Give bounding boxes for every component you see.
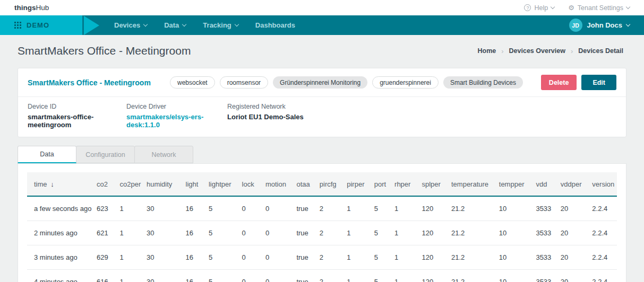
- column-header-motion[interactable]: motion: [261, 172, 293, 196]
- chevron-down-icon: [182, 22, 186, 26]
- column-header-co2[interactable]: co2: [92, 172, 115, 196]
- cell: 1: [342, 196, 370, 221]
- cell: 16: [182, 221, 204, 245]
- tag-roomsensor[interactable]: roomsensor: [220, 76, 268, 89]
- cell: 1: [115, 196, 142, 221]
- chevron-right-icon: ›: [571, 47, 573, 55]
- column-header-pirper[interactable]: pirper: [342, 172, 370, 196]
- cell: 20: [556, 196, 588, 221]
- cell: 629: [92, 245, 115, 270]
- column-header-vdd[interactable]: vdd: [531, 172, 556, 196]
- cell: 1: [390, 270, 417, 282]
- nav-item-tracking[interactable]: Tracking: [203, 21, 238, 29]
- device-fields: Device IDsmartmakers-office-meetingroomD…: [18, 97, 626, 137]
- column-header-port[interactable]: port: [370, 172, 390, 196]
- table-row[interactable]: 3 minutes ago62913016500true215112021.21…: [27, 245, 617, 270]
- topbar-menus: ? Help ⚙ Tenant Settings: [524, 4, 630, 12]
- cell: 5: [204, 270, 238, 282]
- column-header-tempper[interactable]: tempper: [495, 172, 532, 196]
- tab-network[interactable]: Network: [134, 146, 193, 163]
- tenant-name: DEMO: [27, 21, 49, 29]
- cell: 20: [556, 221, 588, 245]
- chevron-down-icon: [143, 22, 148, 26]
- nav-item-label: Dashboards: [255, 21, 295, 29]
- cell: 2: [315, 196, 342, 221]
- tab-data[interactable]: Data: [18, 146, 76, 163]
- cell: 1: [342, 221, 370, 245]
- column-header-time[interactable]: time ↓: [27, 172, 92, 196]
- column-header-vddper[interactable]: vddper: [556, 172, 588, 196]
- breadcrumb: Home › Devices Overview › Devices Detail: [477, 47, 623, 55]
- column-header-pircfg[interactable]: pircfg: [315, 172, 342, 196]
- cell: 3 minutes ago: [27, 245, 92, 270]
- cell: 621: [92, 221, 115, 245]
- tag-websocket[interactable]: websocket: [170, 76, 215, 89]
- cell: 30: [142, 245, 182, 270]
- avatar[interactable]: JD: [569, 19, 582, 32]
- table-row[interactable]: 4 minutes ago61613016500true215112021.21…: [27, 270, 617, 282]
- tab-configuration[interactable]: Configuration: [76, 146, 135, 163]
- cell: 0: [238, 270, 261, 282]
- field-label: Registered Network: [227, 103, 304, 110]
- table-row[interactable]: a few seconds ago62313016500true21511202…: [27, 196, 617, 221]
- user-menu[interactable]: John Docs: [587, 21, 630, 29]
- cell: 120: [418, 221, 447, 245]
- tag-gr-nderspinnerei-monitoring[interactable]: Gründerspinnerei Monitoring: [273, 76, 367, 89]
- cell: 120: [418, 245, 447, 270]
- cell: 10: [495, 196, 532, 221]
- column-header-splper[interactable]: splper: [418, 172, 447, 196]
- cell: a few seconds ago: [27, 196, 92, 221]
- column-header-version[interactable]: version: [588, 172, 617, 196]
- table-row[interactable]: 2 minutes ago62113016500true215112021.21…: [27, 221, 617, 245]
- column-header-co2per[interactable]: co2per: [115, 172, 142, 196]
- cell: 0: [238, 221, 261, 245]
- tenant-selector[interactable]: DEMO: [0, 15, 82, 35]
- column-header-rhper[interactable]: rhper: [390, 172, 417, 196]
- column-header-lock[interactable]: lock: [238, 172, 261, 196]
- device-summary-card: SmartMakers Office - Meetingroom websock…: [18, 68, 626, 137]
- page-header: SmartMakers Office - Meetingroom Home › …: [0, 35, 644, 68]
- main-nav: DEMO DevicesDataTrackingDashboards JD Jo…: [0, 15, 644, 35]
- tenant-settings-menu[interactable]: ⚙ Tenant Settings: [568, 4, 630, 12]
- cell: 0: [261, 245, 293, 270]
- field-value: Loriot EU1 Demo-Sales: [227, 113, 304, 121]
- delete-button[interactable]: Delete: [541, 75, 577, 90]
- cell: 0: [261, 221, 293, 245]
- cell: 3533: [531, 196, 556, 221]
- page-title: SmartMakers Office - Meetingroom: [18, 45, 191, 57]
- column-header-otaa[interactable]: otaa: [292, 172, 315, 196]
- nav-menu: DevicesDataTrackingDashboards: [114, 21, 295, 29]
- cell: 1: [115, 245, 142, 270]
- gear-icon: ⚙: [568, 4, 574, 11]
- tag-gruenderspinnerei[interactable]: gruenderspinnerei: [372, 76, 439, 89]
- column-header-humidity[interactable]: humidity: [142, 172, 182, 196]
- breadcrumb-devices-overview[interactable]: Devices Overview: [509, 47, 565, 55]
- breadcrumb-home[interactable]: Home: [477, 47, 496, 55]
- user-area: JD John Docs: [569, 19, 630, 32]
- tenant-arrow-shape: [84, 16, 99, 35]
- data-table: time ↓co2co2perhumiditylightlightperlock…: [27, 172, 617, 282]
- cell: 1: [115, 221, 142, 245]
- cell: 5: [204, 196, 238, 221]
- cell: 21.2: [447, 270, 495, 282]
- app-logo[interactable]: thingsHub: [14, 4, 49, 12]
- cell: 1: [115, 270, 142, 282]
- sort-desc-icon: ↓: [50, 180, 54, 188]
- cell: 120: [418, 270, 447, 282]
- cell: 2.2.4: [588, 196, 617, 221]
- field-value-link[interactable]: smartmakers/elsys-ers-desk:1.1.0: [126, 113, 227, 129]
- help-menu[interactable]: ? Help: [524, 4, 554, 12]
- column-header-temperature[interactable]: temperature: [447, 172, 495, 196]
- cell: true: [292, 270, 315, 282]
- nav-item-data[interactable]: Data: [164, 21, 186, 29]
- column-header-light[interactable]: light: [182, 172, 204, 196]
- nav-item-dashboards[interactable]: Dashboards: [255, 21, 295, 29]
- nav-item-label: Data: [164, 21, 179, 29]
- field-label: Device Driver: [126, 103, 227, 110]
- edit-button[interactable]: Edit: [581, 75, 616, 90]
- column-header-lightper[interactable]: lightper: [204, 172, 238, 196]
- tag-smart-building-devices[interactable]: Smart Building Devices: [443, 76, 523, 89]
- cell: 0: [238, 245, 261, 270]
- cell: 2.2.4: [588, 270, 617, 282]
- nav-item-devices[interactable]: Devices: [114, 21, 147, 29]
